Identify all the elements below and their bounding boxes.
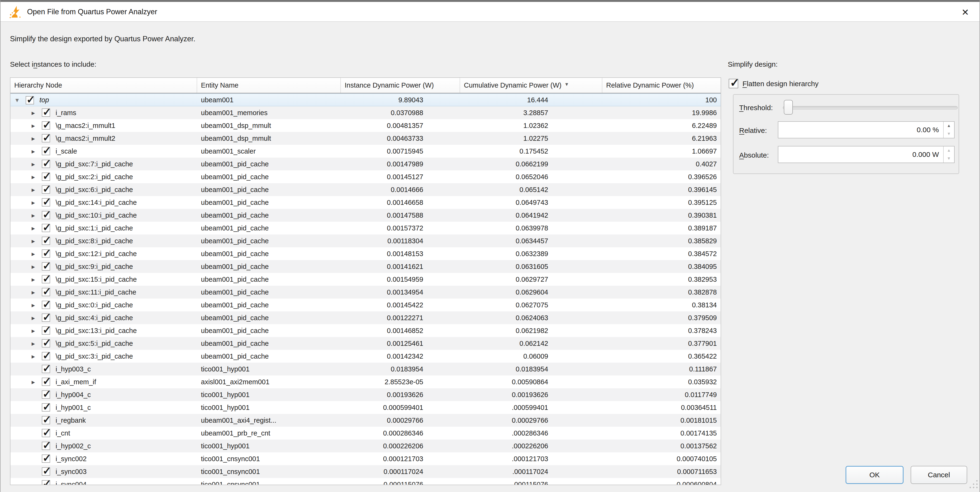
expand-arrow-icon[interactable]: ▸ [29,378,38,386]
table-row[interactable]: ▸ ✓ \g_pid_sxc:0:i_pid_cache ubeam001_pi… [10,298,721,311]
row-checkbox[interactable]: ✓ [42,275,50,283]
flatten-design-checkbox[interactable]: ✓ [729,79,738,88]
table-row[interactable]: ▸ ✓ \g_pid_sxc:8:i_pid_cache ubeam001_pi… [10,235,721,247]
table-row[interactable]: ▸ ✓ \g_pid_sxc:11:i_pid_cache ubeam001_p… [10,286,721,298]
table-row[interactable]: ▸ ✓ \g_pid_sxc:15:i_pid_cache ubeam001_p… [10,273,721,286]
threshold-slider-groove[interactable] [783,106,958,110]
table-row[interactable]: ▸ ✓ \g_pid_sxc:14:i_pid_cache ubeam001_p… [10,196,721,209]
row-checkbox[interactable]: ✓ [42,467,50,476]
resize-grip[interactable] [968,480,978,490]
table-row[interactable]: ✓ i_hyp004_c tico001_hyp001 0.00193626 0… [10,388,721,401]
table-row[interactable]: ▸ ✓ \g_pid_sxc:4:i_pid_cache ubeam001_pi… [10,311,721,324]
table-row[interactable]: ✓ i_hyp001_c tico001_hyp001 0.000599401 … [10,401,721,414]
table-row[interactable]: ▸ ✓ \g_macs2:i_mmult2 ubeam001_dsp_mmult… [10,132,721,145]
spin-up-icon[interactable]: ▲ [943,122,954,130]
row-checkbox[interactable]: ✓ [42,288,50,296]
expand-arrow-icon[interactable]: ▸ [29,352,38,360]
row-checkbox[interactable]: ✓ [42,262,50,271]
spin-down-icon[interactable]: ▼ [943,130,954,138]
table-row[interactable]: ▸ ✓ \g_pid_sxc:12:i_pid_cache ubeam001_p… [10,247,721,260]
table-row[interactable]: ▸ ✓ i_scale ubeam001_scaler 0.00715945 0… [10,145,721,157]
column-header-relative-dynamic-power[interactable]: Relative Dynamic Power (%) [602,78,721,93]
row-checkbox[interactable]: ✓ [42,121,50,130]
table-row[interactable]: ▸ ✓ \g_pid_sxc:10:i_pid_cache ubeam001_p… [10,209,721,222]
row-checkbox[interactable]: ✓ [42,160,50,168]
table-row[interactable]: ▸ ✓ \g_pid_sxc:6:i_pid_cache ubeam001_pi… [10,183,721,196]
table-row[interactable]: ✓ i_sync004 tico001_cnsync001 0.00011507… [10,478,721,485]
row-checkbox[interactable]: ✓ [42,314,50,322]
table-row[interactable]: ▸ ✓ \g_pid_sxc:7:i_pid_cache ubeam001_pi… [10,157,721,170]
row-checkbox[interactable]: ✓ [42,211,50,219]
row-checkbox[interactable]: ✓ [42,390,50,399]
table-row[interactable]: ✓ i_hyp002_c tico001_hyp001 0.000226206 … [10,440,721,452]
expand-arrow-icon[interactable]: ▸ [29,148,38,155]
absolute-threshold-input[interactable] [778,146,943,163]
row-checkbox[interactable]: ✓ [42,454,50,463]
expand-arrow-icon[interactable]: ▸ [29,314,38,322]
table-row[interactable]: ▸ ✓ i_rams ubeam001_memories 0.0370988 3… [10,106,721,119]
table-row[interactable]: ✓ i_regbank ubeam001_axi4_regist... 0.00… [10,414,721,427]
ok-button[interactable]: OK [846,466,904,484]
row-checkbox[interactable]: ✓ [42,186,50,194]
expand-arrow-icon[interactable]: ▸ [29,186,38,194]
expand-arrow-icon[interactable]: ▸ [29,122,38,130]
row-checkbox[interactable]: ✓ [42,403,50,411]
close-button[interactable]: ✕ [959,6,972,19]
column-header-hierarchy-node[interactable]: Hierarchy Node [10,78,197,93]
expand-arrow-icon[interactable]: ▸ [29,237,38,245]
table-row[interactable]: ✓ i_cnt ubeam001_prb_re_cnt 0.000286346 … [10,427,721,440]
spin-up-icon[interactable]: ▲ [943,146,954,154]
relative-threshold-input[interactable] [778,122,943,138]
title-bar[interactable]: Open File from Quartus Power Analzyer ✕ [0,2,980,22]
row-checkbox[interactable]: ✓ [42,224,50,232]
expand-arrow-icon[interactable]: ▸ [29,250,38,258]
row-checkbox[interactable]: ✓ [42,480,50,485]
expand-arrow-icon[interactable]: ▸ [29,109,38,117]
row-checkbox[interactable]: ✓ [42,416,50,424]
row-checkbox[interactable]: ✓ [42,198,50,206]
column-header-instance-dynamic-power[interactable]: Instance Dynamic Power (W) [341,78,460,93]
expand-arrow-icon[interactable]: ▸ [29,340,38,348]
row-checkbox[interactable]: ✓ [42,442,50,450]
table-row[interactable]: ▸ ✓ \g_pid_sxc:2:i_pid_cache ubeam001_pi… [10,170,721,183]
expand-arrow-icon[interactable]: ▸ [29,160,38,168]
row-checkbox[interactable]: ✓ [42,301,50,309]
column-header-entity-name[interactable]: Entity Name [197,78,341,93]
spin-down-icon[interactable]: ▼ [943,154,954,163]
row-checkbox[interactable]: ✓ [42,339,50,348]
table-row[interactable]: ▸ ✓ \g_pid_sxc:9:i_pid_cache ubeam001_pi… [10,260,721,273]
table-row[interactable]: ▸ ✓ \g_pid_sxc:3:i_pid_cache ubeam001_pi… [10,350,721,363]
expand-arrow-icon[interactable]: ▸ [29,288,38,296]
expand-arrow-icon[interactable]: ▸ [29,263,38,271]
row-checkbox[interactable]: ✓ [42,365,50,373]
row-checkbox[interactable]: ✓ [42,429,50,437]
row-checkbox[interactable]: ✓ [42,108,50,117]
table-row[interactable]: ▸ ✓ \g_pid_sxc:1:i_pid_cache ubeam001_pi… [10,222,721,235]
table-row[interactable]: ▸ ✓ \g_pid_sxc:13:i_pid_cache ubeam001_p… [10,324,721,337]
row-checkbox[interactable]: ✓ [42,249,50,258]
expand-arrow-icon[interactable]: ▸ [29,135,38,143]
expand-arrow-icon[interactable]: ▸ [29,211,38,219]
row-checkbox[interactable]: ✓ [42,173,50,181]
threshold-slider-handle[interactable] [784,100,793,114]
expand-arrow-icon[interactable]: ▸ [29,224,38,232]
row-checkbox[interactable]: ✓ [25,96,34,105]
row-checkbox[interactable]: ✓ [42,352,50,360]
row-checkbox[interactable]: ✓ [42,147,50,155]
table-row[interactable]: ▸ ✓ \g_macs2:i_mmult1 ubeam001_dsp_mmult… [10,119,721,132]
row-checkbox[interactable]: ✓ [42,378,50,386]
expand-arrow-icon[interactable]: ▸ [29,301,38,309]
column-header-cumulative-dynamic-power[interactable]: Cumulative Dynamic Power (W)▼ [460,78,602,93]
row-checkbox[interactable]: ✓ [42,134,50,143]
table-row[interactable]: ▸ ✓ i_axi_mem_if axisl001_axi2mem001 2.8… [10,376,721,388]
expand-arrow-icon[interactable]: ▸ [29,198,38,206]
table-row[interactable]: ✓ i_hyp003_c tico001_hyp001 0.0183954 0.… [10,363,721,376]
table-row[interactable]: ▾ ✓ top ubeam001 9.89043 16.444 100 [10,94,721,106]
table-row[interactable]: ✓ i_sync003 tico001_cnsync001 0.00011702… [10,465,721,478]
row-checkbox[interactable]: ✓ [42,326,50,335]
cancel-button[interactable]: Cancel [911,466,967,484]
table-row[interactable]: ✓ i_sync002 tico001_cnsync001 0.00012170… [10,452,721,465]
expand-arrow-icon[interactable]: ▸ [29,327,38,335]
expand-arrow-icon[interactable]: ▾ [12,96,22,104]
expand-arrow-icon[interactable]: ▸ [29,276,38,283]
